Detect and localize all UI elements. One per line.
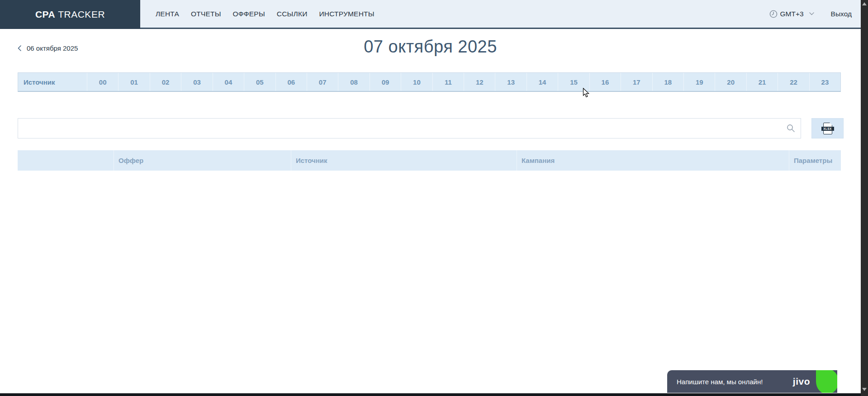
scroll-up-arrow-icon[interactable] (862, 2, 867, 5)
column-header-campaign[interactable]: Кампания (517, 150, 789, 171)
hour-column-header: 10 (401, 73, 432, 91)
jivo-logo: jivo (793, 370, 810, 393)
logout-button[interactable]: Выход (831, 10, 852, 18)
hour-column-header: 03 (181, 73, 212, 91)
hour-columns: 0001020304050607080910111213141516171819… (87, 73, 840, 91)
column-header-params[interactable]: Параметры (789, 150, 841, 171)
xlsx-label: XLSX (821, 127, 834, 131)
hour-column-header: 11 (432, 73, 464, 91)
column-header-actions (18, 150, 114, 171)
cpa-tracker-app: CPA TRACKER ЛЕНТА ОТЧЕТЫ ОФФЕРЫ ССЫЛКИ И… (0, 0, 868, 396)
hour-column-header: 02 (150, 73, 181, 91)
footer-bar (0, 393, 861, 396)
export-xlsx-button[interactable]: XLSX (811, 118, 844, 138)
search-icon[interactable] (787, 124, 795, 133)
jivo-leaf-icon (816, 370, 837, 393)
hour-column-header: 19 (683, 73, 715, 91)
chevron-down-icon (809, 12, 814, 15)
app-header: CPA TRACKER ЛЕНТА ОТЧЕТЫ ОФФЕРЫ ССЫЛКИ И… (0, 0, 861, 29)
hour-column-header: 04 (213, 73, 244, 91)
logo-bold-text: CPA (35, 9, 55, 20)
hour-column-header: 16 (589, 73, 621, 91)
hour-column-header: 12 (464, 73, 495, 91)
timezone-label: GMT+3 (780, 10, 804, 18)
nav-item-links[interactable]: ССЫЛКИ (277, 10, 308, 18)
jivo-chat-widget[interactable]: Напишите нам, мы онлайн! jivo (667, 370, 837, 393)
page-scrollbar[interactable] (861, 0, 868, 396)
column-header-source[interactable]: Источник (291, 150, 517, 171)
hour-column-header: 20 (715, 73, 746, 91)
header-right: GMT+3 Выход (769, 0, 852, 28)
hour-column-header: 06 (275, 73, 307, 91)
hour-column-header: 13 (495, 73, 526, 91)
source-column-header: Источник (18, 73, 87, 91)
scroll-down-arrow-icon[interactable] (862, 388, 867, 391)
logo-light-text: TRACKER (58, 9, 105, 20)
hour-column-header: 15 (558, 73, 589, 91)
results-table-header: Оффер Источник Кампания Параметры (18, 150, 841, 171)
hour-column-header: 09 (370, 73, 401, 91)
hour-column-header: 18 (652, 73, 683, 91)
nav-item-offers[interactable]: ОФФЕРЫ (233, 10, 265, 18)
page-title: 07 октября 2025 (0, 37, 861, 57)
column-header-offer[interactable]: Оффер (114, 150, 291, 171)
hour-column-header: 17 (621, 73, 652, 91)
app-logo[interactable]: CPA TRACKER (0, 0, 140, 29)
search-bar (18, 118, 801, 138)
hourly-stats-header: Источник 0001020304050607080910111213141… (18, 72, 841, 92)
timezone-dropdown[interactable]: GMT+3 (769, 10, 814, 18)
chat-message: Напишите нам, мы онлайн! (677, 378, 763, 386)
search-input[interactable] (18, 119, 787, 138)
xlsx-file-icon: XLSX (823, 123, 832, 134)
hour-column-header: 22 (778, 73, 809, 91)
hour-column-header: 14 (526, 73, 558, 91)
hour-column-header: 07 (307, 73, 338, 91)
xlsx-fold-corner (830, 123, 832, 125)
main-nav: ЛЕНТА ОТЧЕТЫ ОФФЕРЫ ССЫЛКИ ИНСТРУМЕНТЫ (156, 0, 375, 28)
clock-icon (769, 10, 778, 18)
nav-item-tools[interactable]: ИНСТРУМЕНТЫ (319, 10, 374, 18)
hour-column-header: 01 (118, 73, 149, 91)
hour-column-header: 23 (809, 73, 840, 91)
nav-item-reports[interactable]: ОТЧЕТЫ (191, 10, 221, 18)
nav-item-lenta[interactable]: ЛЕНТА (156, 10, 179, 18)
hour-column-header: 05 (244, 73, 275, 91)
hour-column-header: 00 (87, 73, 118, 91)
hour-column-header: 21 (746, 73, 778, 91)
hour-column-header: 08 (338, 73, 369, 91)
